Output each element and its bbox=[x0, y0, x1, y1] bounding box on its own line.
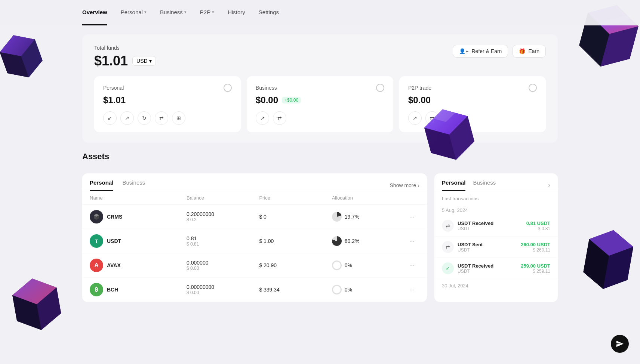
table-header: Name Balance Price Allocation bbox=[82, 191, 427, 205]
chevron-right-icon[interactable]: › bbox=[548, 181, 550, 189]
personal-title: Personal bbox=[103, 85, 124, 91]
table-row: A AVAX 0.000000 $ 0.00 $ 20.90 0% ··· bbox=[82, 253, 427, 278]
chevron-down-icon: ▾ bbox=[184, 10, 187, 15]
nav-business[interactable]: Business ▾ bbox=[160, 0, 187, 25]
show-more-button[interactable]: Show more › bbox=[390, 182, 419, 188]
send-icon bbox=[616, 340, 624, 348]
convert-button[interactable]: ↻ bbox=[138, 111, 151, 125]
gift-icon: 🎁 bbox=[519, 48, 525, 54]
more-options-button[interactable]: ··· bbox=[404, 237, 419, 245]
top-nav: Overview Personal ▾ Business ▾ P2P ▾ His… bbox=[0, 0, 640, 25]
nav-p2p[interactable]: P2P ▾ bbox=[200, 0, 214, 25]
deposit-button[interactable]: ↗ bbox=[256, 111, 269, 125]
allocation-circle bbox=[332, 285, 342, 294]
transfer-icon: ⇄ bbox=[442, 220, 454, 232]
cube-icon bbox=[93, 213, 100, 220]
transactions-tabs: Personal Business › bbox=[434, 173, 558, 191]
withdraw-button[interactable]: ↗ bbox=[120, 111, 134, 125]
transaction-item: ⇄ USDT Received USDT 0.81 USDT $ 0.81 bbox=[434, 215, 558, 237]
sub-cards: Personal $1.01 ↙ ↗ ↻ ⇄ ⊞ bbox=[94, 76, 546, 132]
trans-tab-business[interactable]: Business bbox=[473, 179, 496, 191]
p2p-amount: $0.00 bbox=[408, 95, 431, 105]
clock-icon bbox=[376, 84, 384, 92]
transfer-button[interactable]: ⇄ bbox=[425, 111, 439, 125]
transfer-button[interactable]: ⇄ bbox=[155, 111, 168, 125]
p2p-subcard: P2P trade $0.00 ↗ ⇄ bbox=[399, 76, 546, 132]
table-row: ₿ BCH 0.00000000 $ 0.00 $ 339.34 0% ··· bbox=[82, 278, 427, 302]
deposit-button[interactable]: ↙ bbox=[103, 111, 117, 125]
refer-earn-button[interactable]: 👤+ Refer & Earn bbox=[453, 45, 508, 58]
clock-icon bbox=[224, 84, 232, 92]
transaction-date: 30 Jul, 2024 bbox=[434, 279, 558, 291]
table-row: CRMS 0.20000000 $ 0.2 $ 0 19.7% ··· bbox=[82, 205, 427, 229]
asset-table: Personal Business Show more › Name Balan… bbox=[82, 173, 427, 302]
allocation-circle bbox=[332, 236, 342, 246]
chevron-down-icon: ▾ bbox=[149, 58, 152, 64]
chevron-down-icon: ▾ bbox=[212, 10, 214, 15]
earn-button[interactable]: 🎁 Earn bbox=[513, 45, 546, 58]
business-title: Business bbox=[256, 85, 277, 91]
personal-amount: $1.01 bbox=[103, 95, 126, 105]
telegram-button[interactable] bbox=[611, 335, 629, 353]
person-plus-icon: 👤+ bbox=[459, 48, 468, 54]
transaction-item: ✓ USDT Received USDT 259.00 USDT $ 259.1… bbox=[434, 258, 558, 279]
p2p-title: P2P trade bbox=[408, 85, 431, 91]
business-amount: $0.00 bbox=[256, 95, 278, 105]
check-icon: ✓ bbox=[442, 262, 454, 274]
tab-business[interactable]: Business bbox=[122, 179, 145, 191]
business-badge: +$0.00 bbox=[282, 97, 301, 104]
nav-history[interactable]: History bbox=[228, 0, 245, 25]
total-funds-card: Total funds $1.01 USD ▾ 👤+ Refer & Earn bbox=[82, 34, 558, 143]
transfer-button[interactable]: ⇄ bbox=[273, 111, 286, 125]
trans-tab-personal[interactable]: Personal bbox=[442, 179, 465, 191]
deposit-button[interactable]: ↗ bbox=[408, 111, 422, 125]
personal-subcard: Personal $1.01 ↙ ↗ ↻ ⇄ ⊞ bbox=[94, 76, 241, 132]
asset-tabs: Personal Business Show more › bbox=[82, 173, 427, 191]
allocation-circle bbox=[332, 260, 342, 270]
stack-button[interactable]: ⊞ bbox=[172, 111, 185, 125]
transactions-label: Last transactions bbox=[434, 191, 558, 204]
more-options-button[interactable]: ··· bbox=[404, 286, 419, 294]
nav-settings[interactable]: Settings bbox=[259, 0, 279, 25]
transaction-date: 5 Aug, 2024 bbox=[434, 204, 558, 215]
chevron-right-icon: › bbox=[418, 182, 419, 188]
clock-icon bbox=[529, 84, 537, 92]
funds-label: Total funds bbox=[94, 45, 156, 51]
funds-value: $1.01 bbox=[94, 53, 128, 69]
tab-personal[interactable]: Personal bbox=[90, 179, 113, 191]
nav-personal[interactable]: Personal ▾ bbox=[121, 0, 147, 25]
more-options-button[interactable]: ··· bbox=[404, 262, 419, 269]
transfer-icon: ⇄ bbox=[442, 241, 454, 253]
assets-title: Assets bbox=[82, 152, 558, 161]
currency-select[interactable]: USD ▾ bbox=[132, 56, 156, 66]
transactions-panel: Personal Business › Last transactions 5 … bbox=[434, 173, 558, 302]
more-options-button[interactable]: ··· bbox=[404, 213, 419, 221]
business-subcard: Business $0.00 +$0.00 ↗ ⇄ bbox=[247, 76, 393, 132]
chevron-down-icon: ▾ bbox=[144, 10, 147, 15]
transaction-item: ⇄ USDT Sent USDT 260.00 USDT $ 260.11 bbox=[434, 237, 558, 258]
table-row: T USDT 0.81 $ 0.81 $ 1.00 80.2% ··· bbox=[82, 229, 427, 253]
nav-overview[interactable]: Overview bbox=[82, 0, 107, 25]
allocation-circle bbox=[332, 212, 342, 222]
